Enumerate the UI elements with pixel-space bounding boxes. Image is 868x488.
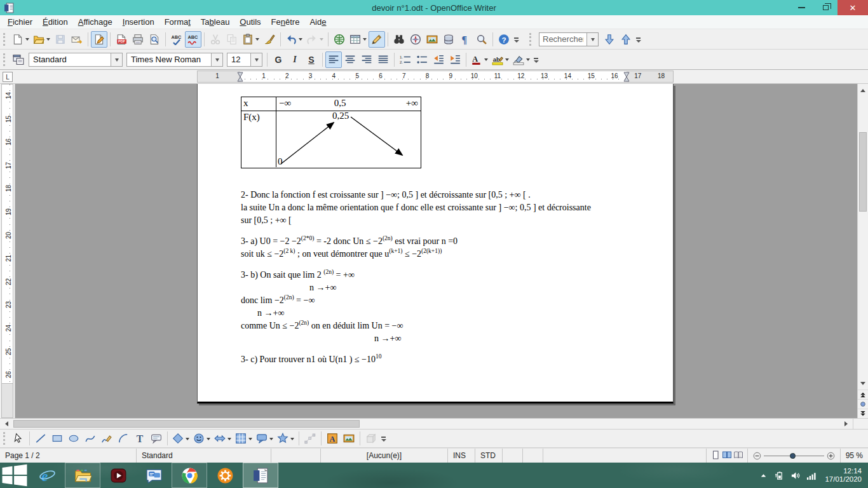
font-color-button[interactable]: A <box>469 51 490 68</box>
italic-button[interactable]: I <box>287 51 303 68</box>
taskbar-internet-explorer[interactable]: e <box>29 463 65 488</box>
tab-type-selector[interactable]: L <box>3 72 13 82</box>
increase-indent-button[interactable] <box>447 51 463 68</box>
styles-window-button[interactable] <box>10 51 27 68</box>
toolbar-overflow-button[interactable] <box>532 51 540 68</box>
previous-page-button[interactable] <box>858 390 868 399</box>
toolbar-grip[interactable] <box>3 53 8 66</box>
dropdown-button[interactable] <box>211 53 222 66</box>
freeform-line-button[interactable] <box>98 430 115 447</box>
signature-field[interactable] <box>523 449 543 463</box>
start-button[interactable] <box>0 463 29 488</box>
text-box-button[interactable]: T <box>132 430 148 447</box>
menu-aide[interactable]: Aide <box>304 16 331 28</box>
copy-button[interactable] <box>224 31 240 48</box>
taskbar-openoffice-writer[interactable] <box>243 463 278 488</box>
align-left-button[interactable] <box>325 51 342 68</box>
picture-from-file-button[interactable] <box>341 430 357 447</box>
right-indent-marker[interactable] <box>623 72 630 83</box>
highlighting-button[interactable]: ab <box>490 51 511 68</box>
horizontal-scroll-track[interactable] <box>11 419 842 429</box>
find-previous-button[interactable] <box>618 31 634 48</box>
book-view-button[interactable] <box>733 450 743 462</box>
new-document-button[interactable] <box>10 31 31 48</box>
toolbar-grip[interactable] <box>3 432 8 445</box>
toolbar-overflow-button[interactable] <box>634 31 642 48</box>
font-size-select[interactable]: 12 <box>227 53 262 67</box>
rectangle-button[interactable] <box>49 430 65 447</box>
block-arrows-button[interactable] <box>212 430 233 447</box>
horizontal-ruler[interactable]: 1123456789101112131415161718 <box>197 71 674 83</box>
cut-button[interactable] <box>207 31 224 48</box>
bold-button[interactable]: G <box>270 51 287 68</box>
navigation-button[interactable] <box>858 399 868 409</box>
single-page-view-button[interactable] <box>710 450 721 462</box>
toolbar-grip[interactable] <box>529 33 534 46</box>
draw-functions-button[interactable] <box>369 31 385 48</box>
taskbar-chrome[interactable] <box>172 463 207 488</box>
search-input[interactable] <box>539 33 587 46</box>
vertical-scrollbar[interactable] <box>857 84 868 418</box>
text-callout-button[interactable] <box>148 430 165 447</box>
font-name-select[interactable]: Times New Roman <box>126 53 223 67</box>
taskbar-clock[interactable]: 12:14 17/01/2020 <box>822 467 862 484</box>
vertical-ruler[interactable]: 1415161718192021222324252627 <box>0 84 15 418</box>
dropdown-button[interactable] <box>250 53 262 66</box>
navigator-button[interactable] <box>407 31 424 48</box>
insert-table-button[interactable] <box>348 31 369 48</box>
callouts-button[interactable] <box>254 430 275 447</box>
multi-page-view-button[interactable] <box>722 450 732 462</box>
align-right-button[interactable] <box>358 51 375 68</box>
selection-mode-field[interactable]: [Aucun(e)] <box>321 449 448 463</box>
bullet-list-button[interactable] <box>414 51 430 68</box>
curve-button[interactable] <box>82 430 98 447</box>
symbol-shapes-button[interactable] <box>191 430 212 447</box>
open-button[interactable] <box>31 31 52 48</box>
toolbar-grip[interactable] <box>3 33 8 46</box>
fontwork-gallery-button[interactable]: A <box>324 430 341 447</box>
network-signal-icon[interactable] <box>806 471 816 480</box>
zoom-slider[interactable] <box>764 456 824 456</box>
menu-insertion[interactable]: Insertion <box>118 16 159 28</box>
menu-edition[interactable]: Édition <box>37 16 73 28</box>
document-text[interactable]: 2- Donc la fonction f est croissante sur… <box>241 189 635 366</box>
numbered-list-button[interactable]: 1.2. <box>397 51 414 68</box>
taskbar-media-player[interactable] <box>100 463 136 488</box>
help-button[interactable]: ? <box>496 31 512 48</box>
autospellcheck-button[interactable]: ABC <box>185 31 201 48</box>
paragraph-style-select[interactable]: Standard <box>29 53 123 67</box>
hyperlink-button[interactable] <box>331 31 348 48</box>
find-replace-button[interactable] <box>391 31 407 48</box>
select-mode-field[interactable]: STD <box>475 449 503 463</box>
flowchart-button[interactable] <box>233 430 254 447</box>
insert-mode-field[interactable]: INS <box>448 449 475 463</box>
scroll-up-button[interactable] <box>858 84 868 94</box>
document-page[interactable]: x −∞ 0,5 +∞ F(x) 0,25 0 <box>197 84 674 403</box>
save-button[interactable] <box>52 31 69 48</box>
restore-button[interactable] <box>813 0 837 15</box>
paste-button[interactable] <box>240 31 261 48</box>
volume-icon[interactable] <box>790 471 800 480</box>
zoom-button[interactable] <box>473 31 490 48</box>
menu-fichier[interactable]: Fichier <box>3 16 37 28</box>
gallery-button[interactable] <box>424 31 440 48</box>
data-sources-button[interactable] <box>440 31 457 48</box>
taskbar-file-explorer[interactable] <box>65 463 100 488</box>
background-color-button[interactable] <box>511 51 532 68</box>
extrusion-button[interactable] <box>363 430 379 447</box>
minimize-button[interactable] <box>789 0 813 15</box>
dropdown-button[interactable] <box>111 53 122 66</box>
battery-icon[interactable] <box>775 471 784 480</box>
menu-affichage[interactable]: Affichage <box>73 16 118 28</box>
vertical-scroll-thumb[interactable] <box>859 132 867 212</box>
horizontal-scroll-thumb[interactable] <box>13 420 360 428</box>
menu-tableau[interactable]: Tableau <box>196 16 235 28</box>
edit-file-button[interactable] <box>91 31 107 48</box>
select-button[interactable] <box>10 430 27 447</box>
print-button[interactable] <box>130 31 146 48</box>
toolbar-overflow-button[interactable] <box>379 430 388 447</box>
underline-button[interactable]: S <box>303 51 320 68</box>
zoom-slider-thumb[interactable] <box>790 453 796 459</box>
search-dropdown-button[interactable] <box>587 33 598 46</box>
variation-table[interactable]: x −∞ 0,5 +∞ F(x) 0,25 0 <box>241 97 421 168</box>
